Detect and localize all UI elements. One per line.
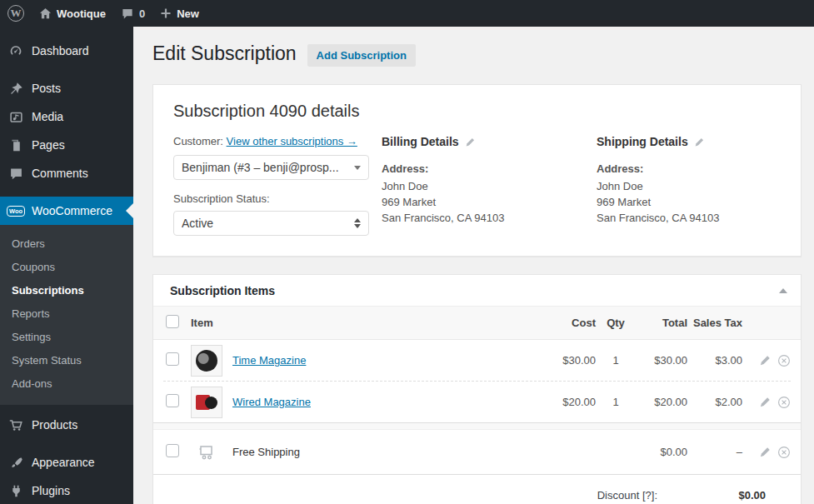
row-checkbox[interactable] <box>166 352 179 366</box>
cell-sales-tax: – <box>687 446 742 458</box>
sidebar-separator <box>0 405 133 411</box>
sidebar-separator <box>0 65 133 74</box>
customer-select[interactable]: Benjiman (#3 – benji@prosp... <box>173 155 369 180</box>
product-thumbnail <box>191 345 222 377</box>
cell-cost: $20.00 <box>529 396 596 408</box>
collapse-panel-icon[interactable] <box>779 288 787 293</box>
media-icon <box>7 108 24 125</box>
sidebar-separator <box>0 187 133 197</box>
status-select-value: Active <box>182 217 213 230</box>
woocommerce-icon: Woo <box>7 202 24 219</box>
page-title: Edit Subscription <box>152 42 297 66</box>
billing-title: Billing Details <box>382 135 459 148</box>
comments-counter[interactable]: 0 <box>113 0 152 27</box>
edit-shipping-icon[interactable] <box>694 137 705 147</box>
cell-qty: 1 <box>596 396 636 408</box>
wordpress-menu-button[interactable]: W <box>0 0 32 27</box>
submenu-item-reports[interactable]: Reports <box>0 302 133 326</box>
product-link[interactable]: Time Magazine <box>232 354 306 367</box>
plug-icon <box>7 482 24 499</box>
product-link[interactable]: Wired Magazine <box>232 396 311 408</box>
select-all-checkbox[interactable] <box>166 315 179 328</box>
cell-total: $30.00 <box>636 354 687 367</box>
column-header-total: Total <box>636 317 687 329</box>
column-header-item: Item <box>191 317 529 329</box>
shipping-row: Free Shipping $0.00 – <box>153 430 801 474</box>
billing-address-line: San Francisco, CA 94103 <box>382 210 597 226</box>
view-other-subscriptions-link[interactable]: View other subscriptions → <box>227 135 357 147</box>
plus-icon <box>160 7 172 19</box>
cell-total: $20.00 <box>636 396 687 408</box>
submenu-item-system-status[interactable]: System Status <box>0 349 133 372</box>
edit-billing-icon[interactable] <box>465 137 476 147</box>
wordpress-logo-icon: W <box>7 5 24 22</box>
table-row: Time Magazine $30.00 1 $30.00 $3.00 <box>153 340 801 381</box>
brush-icon <box>7 454 24 471</box>
sidebar-label-posts: Posts <box>32 82 61 95</box>
edit-item-icon[interactable] <box>759 354 772 367</box>
cell-sales-tax: $3.00 <box>687 354 742 367</box>
page-header: Edit Subscription Add Subscription <box>152 41 802 67</box>
remove-item-icon[interactable] <box>777 396 791 409</box>
submenu-item-settings[interactable]: Settings <box>0 326 133 349</box>
order-data-column: Customer: View other subscriptions → Ben… <box>173 135 382 236</box>
column-header-cost: Cost <box>529 317 596 329</box>
edit-item-icon[interactable] <box>759 396 772 408</box>
admin-sidebar: Dashboard Posts Media Pages Comments Woo… <box>0 27 133 504</box>
new-content-button[interactable]: New <box>152 0 207 27</box>
shipping-address-line: John Doe <box>597 178 812 194</box>
row-checkbox[interactable] <box>166 444 179 457</box>
sidebar-item-pages[interactable]: Pages <box>0 131 133 159</box>
submenu-item-coupons[interactable]: Coupons <box>0 256 133 279</box>
items-table-header: Item Cost Qty Total Sales Tax <box>153 307 801 340</box>
sidebar-label-dashboard: Dashboard <box>32 44 89 57</box>
submenu-item-addons[interactable]: Add-ons <box>0 372 133 396</box>
shipping-address-line: San Francisco, CA 94103 <box>597 210 812 226</box>
submenu-item-orders[interactable]: Orders <box>0 232 133 256</box>
row-checkbox[interactable] <box>166 394 179 407</box>
current-menu-arrow <box>126 203 133 218</box>
sidebar-label-media: Media <box>32 110 63 123</box>
status-label: Subscription Status: <box>173 192 382 205</box>
sidebar-item-plugins[interactable]: Plugins <box>0 477 133 504</box>
section-separator <box>153 422 801 430</box>
sidebar-separator <box>0 439 133 448</box>
remove-item-icon[interactable] <box>777 354 791 367</box>
billing-address-label: Address: <box>382 162 597 175</box>
admin-bar: W Wootique 0 New <box>0 0 814 27</box>
comment-bubble-icon <box>121 7 134 20</box>
updown-arrows-icon <box>354 218 361 228</box>
items-panel-title: Subscription Items <box>170 284 275 297</box>
column-header-qty: Qty <box>596 317 636 329</box>
sidebar-item-dashboard[interactable]: Dashboard <box>0 37 133 65</box>
status-select[interactable]: Active <box>173 211 369 236</box>
sidebar-item-appearance[interactable]: Appearance <box>0 448 133 477</box>
customer-label: Customer: <box>173 135 223 147</box>
site-link[interactable]: Wootique <box>32 0 113 27</box>
sidebar-label-pages: Pages <box>32 138 65 152</box>
sidebar-label-plugins: Plugins <box>32 484 70 497</box>
billing-address-line: John Doe <box>382 178 597 194</box>
sidebar-item-comments[interactable]: Comments <box>0 159 133 187</box>
submenu-item-subscriptions[interactable]: Subscriptions <box>0 279 133 302</box>
subscription-details-panel: Subscription 4090 details Customer: View… <box>152 84 802 257</box>
remove-item-icon[interactable] <box>777 446 791 459</box>
new-label: New <box>177 7 199 20</box>
edit-item-icon[interactable] <box>759 446 772 458</box>
sidebar-item-products[interactable]: Products <box>0 411 133 439</box>
add-subscription-button[interactable]: Add Subscription <box>307 44 416 67</box>
sidebar-label-comments: Comments <box>32 167 88 180</box>
site-name: Wootique <box>57 7 106 20</box>
product-thumbnail <box>191 387 222 418</box>
billing-details-column: Billing Details Address: John Doe 969 Ma… <box>382 135 597 236</box>
discount-label: Discount [?]: <box>597 489 657 502</box>
comments-icon <box>7 165 24 182</box>
sidebar-item-woocommerce[interactable]: Woo WooCommerce <box>0 197 133 225</box>
chevron-down-icon <box>354 166 361 170</box>
sidebar-label-woocommerce: WooCommerce <box>32 204 112 217</box>
pages-icon <box>7 137 24 153</box>
shipping-icon <box>197 444 232 461</box>
sidebar-item-media[interactable]: Media <box>0 102 133 131</box>
sidebar-item-posts[interactable]: Posts <box>0 74 133 102</box>
discount-total-row: Discount [?]: $0.00 <box>153 482 801 504</box>
